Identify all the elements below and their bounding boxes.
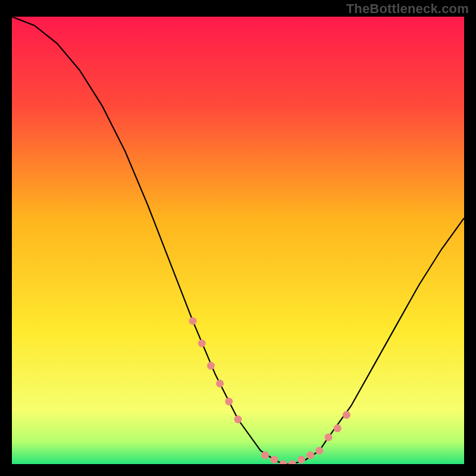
highlight-point [306,452,314,459]
highlight-point [198,340,206,347]
gradient-background [12,17,464,464]
highlight-point [189,317,197,325]
plot-area [12,17,464,464]
highlight-point [325,433,333,441]
chart-container: TheBottleneck.com [0,0,476,476]
highlight-point [298,456,305,464]
attribution-text: TheBottleneck.com [346,1,469,17]
highlight-point [234,415,242,423]
highlight-point [216,380,224,387]
highlight-point [334,424,342,432]
highlight-point [343,411,350,419]
highlight-point [261,452,269,459]
highlight-point [207,362,215,369]
highlight-point [315,447,323,455]
chart-svg [12,17,464,464]
highlight-point [225,397,233,405]
highlight-point [270,456,278,464]
